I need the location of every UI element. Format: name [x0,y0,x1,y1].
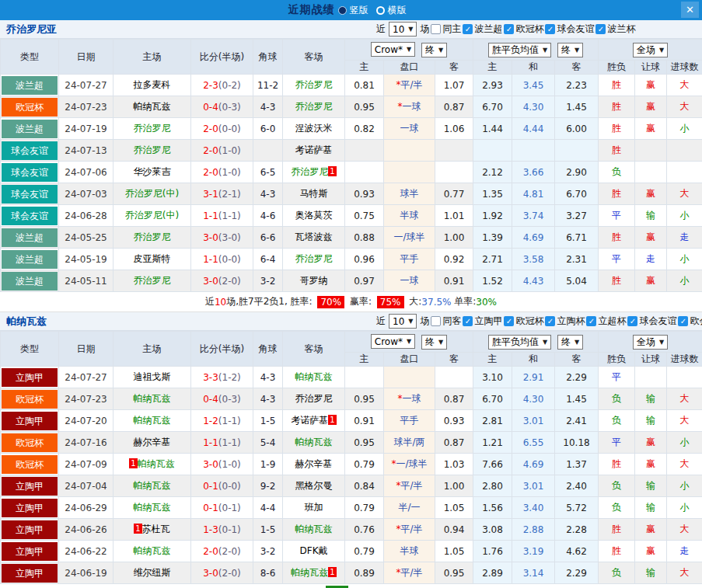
match-score: 1-1(1-1) [191,432,253,454]
result-goals: 走 [667,227,702,249]
result-text: 小 [680,275,690,286]
match-date: 24-07-06 [59,162,114,183]
match-score: 3-0(2-0) [191,562,253,584]
result-text: 胜 [612,524,621,534]
league-checkbox[interactable]: ✓ [586,316,596,326]
result-goals: 小 [667,475,702,497]
summary-row-1: 近10场,胜7平2负1, 胜率: 70% 赢率: 75% 大:37.5% 单率:… [0,292,702,312]
odds-away: 1.05 [435,497,473,519]
away-team: 乔治罗尼1 [283,162,345,183]
fulltime-score: 2-3 [203,80,218,91]
table-row: 球会友谊24-06-28乔治罗尼(中)1-1(1-1)4-6奥洛莫茨0.75半球… [1,205,702,227]
result-text: 赢 [646,123,655,134]
away-team: 帕纳瓦兹1 [283,562,345,584]
chevron-down-icon: ▼ [659,47,664,54]
avg-final-select[interactable]: 终▼ [557,335,583,350]
red-card-badge: 1 [328,567,336,577]
result-text: 输 [646,502,655,513]
away-team: DFK戴 [283,541,345,562]
table-row: 欧冠杯24-07-16赫尔辛基1-1(1-1)5-4帕纳瓦兹0.95球半/两0.… [1,432,702,454]
league-checkbox[interactable]: ✓ [545,316,555,326]
league-checkbox[interactable]: ✓ [463,316,473,326]
league-type-cell: 球会友谊 [1,140,59,162]
team-name: 拉多麦科 [134,79,171,90]
table-row: 欧冠杯24-07-23帕纳瓦兹0-4(0-3)4-3乔治罗尼0.95*一球0.8… [1,388,702,410]
corner-count: 1-9 [253,454,283,475]
avg-draw-odds: 6.55 [512,432,555,454]
league-badge: 立陶甲 [2,499,58,517]
league-checkbox[interactable]: ✓ [504,24,514,34]
result-text: 赢 [646,101,655,112]
league-type-cell: 波兰超 [1,249,59,270]
team-name-1: 乔治罗尼亚 [6,23,57,37]
result-text: 走 [646,253,655,264]
odds-home: 0.79 [345,541,384,562]
league-checkbox[interactable]: ✓ [504,316,514,326]
result-goals: 小 [667,118,702,140]
league-checkbox[interactable]: ✓ [678,316,688,326]
handicap-text: 球半 [400,188,419,199]
result-goals [667,140,702,162]
result-handicap [635,367,667,388]
result-handicap: 输 [635,410,667,432]
avg-home-odds: 2.80 [473,475,512,497]
fulltime-score: 3-0 [203,232,218,243]
odds-final-select[interactable]: 终▼ [421,335,447,350]
avg-home-odds: 2.89 [473,562,512,584]
result-handicap: 赢 [635,227,667,249]
summary-part: 场,胜7平2负1, 胜率: [226,295,315,308]
layout-radio-unselected[interactable]: 横版 [376,4,407,17]
avg-away-odds: 3.27 [555,205,599,227]
avg-draw-value: 4.69 [523,459,544,470]
sub-goals: 进球数 [667,61,702,75]
avg-final-select[interactable]: 终▼ [557,43,583,57]
match-score: 3-1(2-1) [191,183,253,205]
team-name: 乔治罗尼(中) [125,188,179,199]
corner-count: 3-2 [253,270,283,292]
col-header-corner: 角球 [253,332,283,367]
team-name: 皮亚斯特 [134,253,171,264]
result-outcome: 负 [599,162,635,183]
match-count-select[interactable]: 10▼ [389,22,417,37]
league-checkbox-label: 欧会杯 [690,315,702,328]
close-button[interactable]: ✕ [681,2,699,18]
sub-away-odds: 客 [435,353,473,367]
team-name: 奥洛莫茨 [295,210,333,221]
handicap-text: 一/球半 [396,458,427,469]
halftime-score: (1-1) [218,416,241,426]
scope-select[interactable]: 全场▼ [633,43,668,57]
odds-final-select[interactable]: 终▼ [421,43,447,57]
league-checkbox[interactable]: ✓ [595,24,606,34]
avg-odds-select[interactable]: 胜平负均值▼ [488,43,551,57]
result-handicap: 赢 [635,183,667,205]
odds-away: 1.06 [435,118,473,140]
summary-part: 30% [476,297,497,308]
result-text: 小 [680,480,690,491]
odds-away: 0.87 [435,388,473,410]
avg-away-odds: 2.29 [555,562,599,584]
avg-odds-select[interactable]: 胜平负均值▼ [488,335,551,350]
layout-radio-selected[interactable]: 竖版 [338,4,368,17]
same-venue-checkbox[interactable] [431,24,441,34]
col-header-home: 主场 [114,40,191,75]
odds-company-select[interactable]: Crow*▼ [371,334,415,349]
same-venue-checkbox[interactable] [431,316,441,326]
halftime-score: (0-2) [218,80,241,91]
league-checkbox[interactable]: ✓ [463,24,473,34]
scope-select[interactable]: 全场▼ [633,335,668,350]
match-date: 24-07-03 [59,183,114,205]
odds-away: 1.03 [435,454,473,475]
table-row: 欧冠杯24-07-23帕纳瓦兹0-4(0-3)4-3乔治罗尼0.95*一球0.8… [1,96,702,118]
odds-company-select[interactable]: Crow*▼ [371,42,415,57]
league-type-cell: 球会友谊 [1,205,59,227]
league-badge: 欧冠杯 [2,433,58,452]
league-checkbox[interactable]: ✓ [627,316,637,326]
team-name: 乔治罗尼 [295,253,333,264]
avg-away-odds: 6.70 [555,183,599,205]
handicap-line: 平手 [384,249,435,270]
match-count-select[interactable]: 10▼ [389,314,417,329]
team-name: 班加 [305,502,323,513]
league-checkbox[interactable]: ✓ [545,24,555,34]
table-row: 立陶甲24-06-29帕纳瓦兹0-1(0-1)4-4班加0.79半/一1.051… [1,497,702,519]
team-name: 维尔纽斯 [134,567,171,578]
